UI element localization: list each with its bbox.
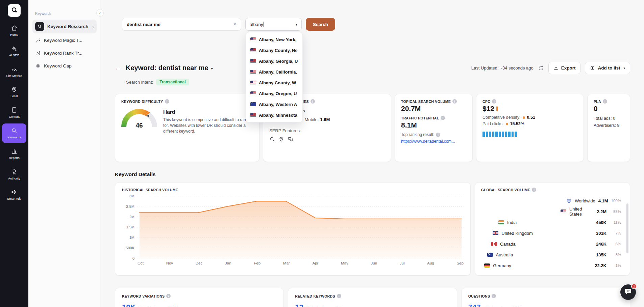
text-cursor: [264, 22, 264, 27]
info-icon[interactable]: [441, 116, 445, 120]
subnav-item-keyword-gap[interactable]: Keyword Gap: [32, 60, 97, 72]
flag-us-icon: [561, 210, 566, 214]
ad-history-bar: [499, 132, 501, 137]
related-keywords-card[interactable]: RELATED KEYWORDS 12 Total volume: 2M: [288, 288, 457, 307]
location-option-albany-new-york[interactable]: Albany, New York,: [246, 34, 302, 45]
location-option-albany-california[interactable]: Albany, California,: [246, 66, 302, 77]
add-to-list-button[interactable]: Add to list ▾: [585, 62, 630, 74]
location-option-albany-county-w[interactable]: Albany County, W: [246, 77, 302, 88]
country-volume: 246K: [596, 242, 606, 247]
flag-us-icon: [250, 81, 256, 85]
location-select[interactable]: albany ▾ Albany, New York,Albany County,…: [245, 18, 302, 31]
secondary-nav: Keyword Research›Keyword Magic T...Keywo…: [32, 20, 97, 72]
bottom-stats-row: KEYWORD VARIATIONS 10K Total volume: 20M…: [115, 288, 630, 307]
x-tick-label: Oct: [138, 261, 144, 265]
page-header: ← Keyword: dentist near me ▾ Last Update…: [115, 62, 630, 74]
export-button[interactable]: Export: [548, 62, 581, 74]
flag-ca-icon: [491, 242, 497, 246]
serp-search-icon[interactable]: [269, 136, 275, 142]
cpc-card: CPC $12 Competitive density:0.51 Paid cl…: [476, 94, 584, 162]
subnav-item-keyword-rank-tr[interactable]: Keyword Rank Tr...: [32, 47, 97, 59]
intent-badge[interactable]: Transactional: [156, 79, 189, 85]
info-icon[interactable]: [337, 294, 341, 298]
chevron-right-icon: ›: [92, 24, 94, 29]
flag-de-icon: [484, 263, 490, 268]
sidebar-item-site-metrics[interactable]: Site Metrics: [2, 62, 26, 82]
country-row-canada[interactable]: Canada246K6%: [475, 239, 630, 249]
flag-us-icon: [250, 70, 256, 74]
app-logo[interactable]: [8, 4, 21, 17]
orange-dot-icon: [506, 123, 508, 125]
research-icon: [35, 22, 44, 31]
card-title: KEYWORD DIFFICULTY: [121, 99, 253, 104]
location-option-albany-minnesota[interactable]: Albany, Minnesota: [246, 110, 302, 120]
info-icon[interactable]: [436, 133, 440, 137]
info-icon[interactable]: [492, 99, 496, 104]
location-option-albany-georgia-u[interactable]: Albany, Georgia, U: [246, 56, 302, 66]
chevron-down-icon: ▾: [623, 66, 625, 70]
page-title[interactable]: Keyword: dentist near me ▾: [126, 64, 213, 72]
pla-value: 0: [594, 105, 624, 113]
country-name: United Kingdom: [501, 231, 593, 236]
country-row-united-kingdom[interactable]: United Kingdom301K7%: [475, 228, 630, 239]
volume-chart[interactable]: [138, 196, 464, 258]
info-icon[interactable]: [166, 294, 171, 298]
info-icon[interactable]: [603, 99, 607, 104]
sidebar-item-home[interactable]: Home: [2, 21, 26, 40]
questions-card[interactable]: QUESTIONS 747 Total volume: 61K: [461, 288, 630, 307]
ad-history-bar: [512, 132, 514, 137]
country-row-united-states[interactable]: United States2.2M55%: [475, 206, 630, 217]
sidebar-item-local[interactable]: Local: [2, 82, 26, 102]
sidebar-item-reports[interactable]: Reports: [2, 144, 26, 164]
info-icon[interactable]: [532, 188, 536, 192]
sidebar-item-authority[interactable]: Authority: [2, 165, 26, 184]
country-row-germany[interactable]: Germany22.2K1%: [475, 260, 630, 271]
serp-chat-icon[interactable]: [288, 136, 293, 142]
refresh-icon[interactable]: [538, 65, 544, 71]
sidebar-item-label: Home: [10, 33, 18, 37]
country-row-india[interactable]: India450K11%: [475, 217, 630, 228]
keyword-variations-card[interactable]: KEYWORD VARIATIONS 10K Total volume: 20M: [115, 288, 284, 307]
related-count: 12: [295, 303, 303, 307]
country-percent: 3%: [610, 253, 621, 257]
search-intent-label: Search intent:: [126, 80, 153, 85]
reports-icon: [11, 148, 18, 155]
country-percent: 11%: [610, 220, 621, 224]
chart-y-axis: 3M2.5M2M1.5M1M500K0: [122, 196, 138, 258]
location-option-albany-oregon-u[interactable]: Albany, Oregon, U: [246, 88, 302, 99]
sidebar-item-content[interactable]: Content: [2, 103, 26, 122]
globe-icon: [566, 198, 572, 203]
info-icon[interactable]: [311, 99, 315, 104]
serp-location-icon[interactable]: [278, 136, 284, 142]
sidebar-item-keywords[interactable]: Keywords: [2, 123, 26, 143]
top-ranking-link[interactable]: https://www.deltadental.com...: [401, 139, 466, 144]
chat-widget-button[interactable]: 1: [620, 284, 636, 300]
sidebar-item-label: Reports: [9, 156, 20, 160]
x-tick-label: Jan: [225, 261, 231, 265]
collapse-sidebar-button[interactable]: ‹: [96, 9, 104, 17]
scrollbar-thumb[interactable]: [626, 203, 628, 253]
magic-icon: [35, 37, 41, 43]
location-option-albany-western-a[interactable]: Albany, Western A: [246, 99, 302, 110]
info-icon[interactable]: [492, 294, 496, 298]
subnav-item-keyword-research[interactable]: Keyword Research›: [32, 20, 97, 33]
flag-us-icon: [250, 113, 256, 117]
x-tick-label: Dec: [196, 261, 202, 265]
country-row-worldwide[interactable]: Worldwide4.1M100%: [475, 195, 630, 206]
location-option-albany-county-ne[interactable]: Albany County, Ne: [246, 45, 302, 56]
info-icon[interactable]: [452, 99, 457, 104]
secondary-sidebar-title: Keywords: [35, 11, 97, 16]
x-tick-label: Jun: [371, 261, 377, 265]
sidebar-item-smart-ads[interactable]: Smart Ads: [2, 185, 26, 204]
country-row-australia[interactable]: Australia135K3%: [475, 249, 630, 260]
sidebar-item-ai-seo[interactable]: AI SEO: [2, 41, 26, 61]
back-button[interactable]: ←: [115, 65, 121, 71]
info-icon[interactable]: [165, 99, 169, 104]
country-percent: 7%: [610, 231, 621, 235]
country-name: Australia: [496, 252, 593, 257]
search-button[interactable]: Search: [306, 18, 335, 31]
main-content: dentist near me ✕ albany ▾ Albany, New Y…: [100, 0, 644, 307]
clear-input-icon[interactable]: ✕: [233, 22, 237, 27]
subnav-item-keyword-magic-t[interactable]: Keyword Magic T...: [32, 34, 97, 46]
keyword-search-input[interactable]: dentist near me ✕: [122, 18, 241, 31]
